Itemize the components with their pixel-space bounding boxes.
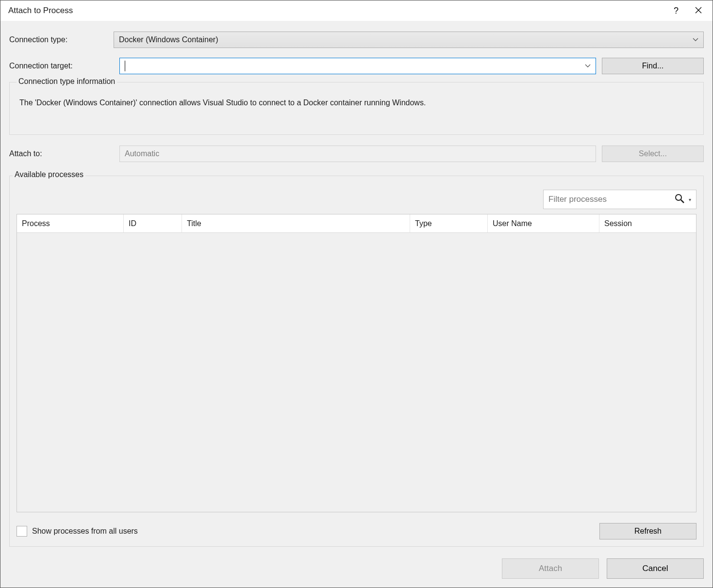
connection-type-label: Connection type: [9,35,114,44]
connection-info-group: Connection type information The 'Docker … [9,82,704,135]
select-button-label: Select... [639,149,667,158]
grid-header: Process ID Title Type User Name Session [17,214,696,233]
process-grid[interactable]: Process ID Title Type User Name Session [17,214,696,512]
attach-button-label: Attach [539,564,562,573]
attach-to-value: Automatic [119,146,596,162]
chevron-down-icon [693,37,698,43]
col-title[interactable]: Title [182,214,410,232]
chevron-down-icon [585,63,591,69]
close-button[interactable] [687,0,710,21]
dialog-title: Attach to Process [8,6,665,16]
filter-row: Filter processes ▾ [17,190,696,209]
connection-target-row: Connection target: Find... [9,58,704,74]
cancel-button[interactable]: Cancel [607,558,704,579]
col-session[interactable]: Session [599,214,696,232]
show-all-users-checkbox[interactable] [17,526,27,537]
available-processes-legend: Available processes [13,170,85,179]
refresh-button-label: Refresh [634,527,662,536]
attach-to-row: Attach to: Automatic Select... [9,146,704,162]
available-processes-group: Available processes Filter processes ▾ P… [9,176,704,547]
connection-target-label: Connection target: [9,62,114,70]
attach-to-value-text: Automatic [125,149,159,158]
col-id[interactable]: ID [124,214,182,232]
grid-body [17,233,696,512]
svg-point-2 [676,195,681,200]
col-user-name[interactable]: User Name [488,214,599,232]
cancel-button-label: Cancel [643,564,668,573]
dialog-footer: Attach Cancel [9,547,704,579]
refresh-button[interactable]: Refresh [599,523,696,539]
search-icon [674,193,685,206]
connection-type-row: Connection type: Docker (Windows Contain… [9,32,704,48]
attach-button: Attach [502,558,599,579]
select-button: Select... [602,146,704,162]
find-button[interactable]: Find... [602,58,704,74]
filter-placeholder: Filter processes [548,195,607,204]
connection-target-wrap [119,58,596,74]
connection-type-value: Docker (Windows Container) [119,35,218,44]
close-icon [695,6,702,16]
connection-target-input[interactable] [119,58,596,74]
svg-line-3 [681,200,684,203]
col-process[interactable]: Process [17,214,124,232]
attach-to-label: Attach to: [9,149,114,158]
dialog-content: Connection type: Docker (Windows Contain… [0,21,713,588]
find-button-label: Find... [642,62,663,70]
filter-processes-input[interactable]: Filter processes ▾ [543,190,696,209]
connection-info-legend: Connection type information [17,77,117,86]
connection-info-text: The 'Docker (Windows Container)' connect… [17,98,696,107]
chevron-down-icon: ▾ [689,197,691,202]
show-all-users-label: Show processes from all users [32,527,138,536]
help-icon: ? [674,6,679,16]
col-type[interactable]: Type [410,214,488,232]
connection-type-combo[interactable]: Docker (Windows Container) [114,32,704,48]
text-caret [125,61,125,71]
help-button[interactable]: ? [665,0,687,21]
titlebar: Attach to Process ? [0,0,713,21]
attach-to-process-dialog: Attach to Process ? Connection type: Doc… [0,0,713,588]
processes-footer-row: Show processes from all users Refresh [17,523,696,539]
